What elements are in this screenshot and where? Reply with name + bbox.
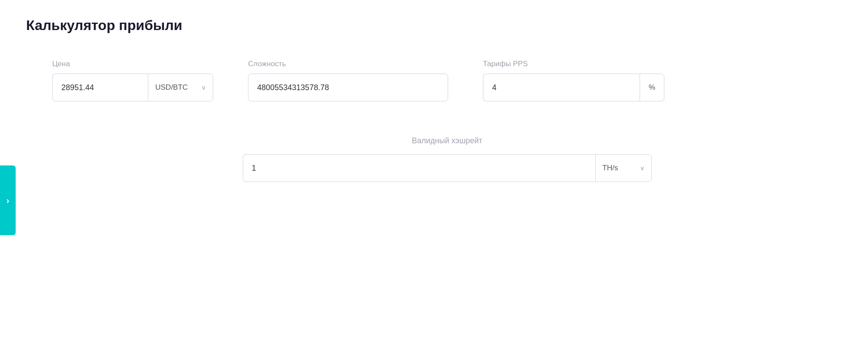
hashrate-label: Валидный хэшрейт [412, 136, 483, 145]
currency-select[interactable]: USD/BTC ∨ [148, 74, 213, 101]
currency-chevron-icon: ∨ [201, 84, 206, 91]
hashrate-input[interactable] [243, 154, 595, 182]
calculator-section: Цена USD/BTC ∨ Сложность Тарифы PPS [52, 60, 842, 182]
sidebar-tab[interactable]: › [0, 165, 16, 235]
price-label: Цена [52, 60, 213, 68]
complexity-field-group: Сложность [248, 60, 448, 101]
page-container: Калькулятор прибыли › Цена USD/BTC ∨ Сло… [0, 0, 868, 199]
page-title: Калькулятор прибыли [26, 17, 842, 34]
currency-select-value: USD/BTC [155, 83, 197, 92]
hashrate-unit-value: TH/s [603, 164, 636, 172]
complexity-input[interactable] [248, 74, 448, 101]
hashrate-unit-select[interactable]: TH/s ∨ [595, 154, 652, 182]
tariff-input[interactable] [483, 74, 640, 101]
price-input[interactable] [52, 74, 148, 101]
complexity-input-row [248, 74, 448, 101]
complexity-label: Сложность [248, 60, 448, 68]
tariff-unit: % [640, 74, 664, 101]
tariff-field-group: Тарифы PPS % [483, 60, 664, 101]
top-fields-row: Цена USD/BTC ∨ Сложность Тарифы PPS [52, 60, 842, 101]
tariff-input-row: % [483, 74, 664, 101]
hashrate-chevron-icon: ∨ [640, 165, 644, 172]
sidebar-arrow-icon: › [7, 195, 10, 206]
hashrate-section: Валидный хэшрейт TH/s ∨ [52, 136, 842, 182]
price-input-row: USD/BTC ∨ [52, 74, 213, 101]
tariff-label: Тарифы PPS [483, 60, 664, 68]
price-field-group: Цена USD/BTC ∨ [52, 60, 213, 101]
hashrate-input-row: TH/s ∨ [243, 154, 652, 182]
